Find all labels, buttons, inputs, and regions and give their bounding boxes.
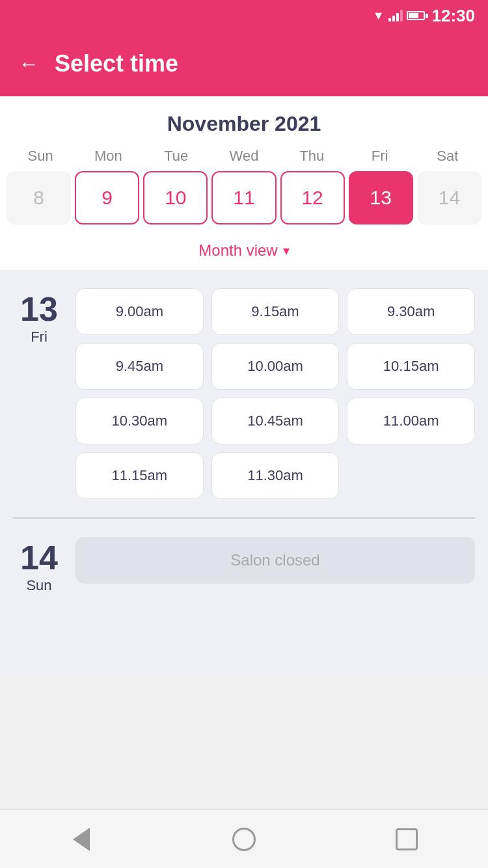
time-slot-1045am[interactable]: 10.45am	[211, 398, 340, 444]
weekday-thu: Thu	[278, 148, 346, 165]
time-slots-fri: 9.00am 9.15am 9.30am 9.45am 10.00am 10.1…	[75, 288, 475, 499]
recents-square-icon	[396, 828, 418, 850]
calendar-weekdays: Sun Mon Tue Wed Thu Fri Sat	[0, 148, 488, 165]
cal-day-10[interactable]: 10	[143, 171, 208, 224]
time-slot-945am[interactable]: 9.45am	[75, 343, 204, 390]
bottom-nav	[0, 809, 488, 868]
day-name-13: Fri	[31, 329, 47, 346]
weekday-fri: Fri	[346, 148, 413, 165]
back-button[interactable]: ←	[18, 52, 39, 76]
time-slot-1000am[interactable]: 10.00am	[211, 343, 340, 390]
cal-day-12[interactable]: 12	[280, 171, 345, 224]
page-title: Select time	[55, 50, 178, 77]
day-name-14: Sun	[26, 577, 51, 594]
nav-recents-button[interactable]	[387, 820, 426, 859]
nav-back-button[interactable]	[62, 820, 101, 859]
status-bar: ▼ 12:30	[0, 0, 488, 31]
time-slot-1030am[interactable]: 10.30am	[75, 398, 204, 444]
day-row-13: 13 Fri 9.00am 9.15am 9.30am 9.45am 10.00…	[0, 270, 488, 517]
time-slot-930am[interactable]: 9.30am	[347, 288, 475, 335]
time-slot-1130am[interactable]: 11.30am	[211, 452, 340, 499]
day-label-14: 14 Sun	[13, 537, 65, 594]
salon-closed: Salon closed	[75, 537, 475, 584]
calendar-dates: 8 9 10 11 12 13 14	[0, 171, 488, 224]
day-number-14: 14	[20, 541, 58, 575]
month-view-toggle[interactable]: Month view ▾	[0, 235, 488, 270]
month-view-label: Month view	[198, 241, 277, 260]
status-time: 12:30	[432, 6, 476, 26]
nav-home-button[interactable]	[224, 820, 264, 859]
cal-day-14[interactable]: 14	[417, 171, 481, 224]
time-slot-1100am[interactable]: 11.00am	[347, 398, 475, 444]
calendar-month: November 2021	[0, 112, 488, 136]
weekday-mon: Mon	[74, 148, 142, 165]
time-slot-900am[interactable]: 9.00am	[75, 288, 204, 335]
signal-icon	[388, 10, 403, 21]
weekday-tue: Tue	[142, 148, 210, 165]
time-slot-1115am[interactable]: 11.15am	[75, 452, 204, 499]
weekday-sun: Sun	[7, 148, 74, 165]
cal-day-11[interactable]: 11	[211, 171, 276, 224]
day-row-14: 14 Sun Salon closed	[0, 519, 488, 612]
calendar-section: November 2021 Sun Mon Tue Wed Thu Fri Sa…	[0, 96, 488, 270]
day-number-13: 13	[20, 292, 58, 326]
cal-day-8[interactable]: 8	[7, 171, 71, 224]
weekday-wed: Wed	[210, 148, 278, 165]
back-triangle-icon	[73, 828, 90, 851]
home-circle-icon	[232, 828, 256, 851]
time-slot-915am[interactable]: 9.15am	[211, 288, 340, 335]
battery-icon	[407, 11, 428, 20]
status-icons: ▼ 12:30	[373, 6, 475, 26]
cal-day-13[interactable]: 13	[349, 171, 413, 224]
day-label-13: 13 Fri	[13, 288, 65, 346]
weekday-sat: Sat	[414, 148, 481, 165]
wifi-icon: ▼	[373, 9, 385, 23]
chevron-down-icon: ▾	[283, 243, 290, 258]
header: ← Select time	[0, 31, 488, 96]
cal-day-9[interactable]: 9	[75, 171, 139, 224]
time-section: 13 Fri 9.00am 9.15am 9.30am 9.45am 10.00…	[0, 270, 488, 677]
time-slot-1015am[interactable]: 10.15am	[347, 343, 475, 390]
